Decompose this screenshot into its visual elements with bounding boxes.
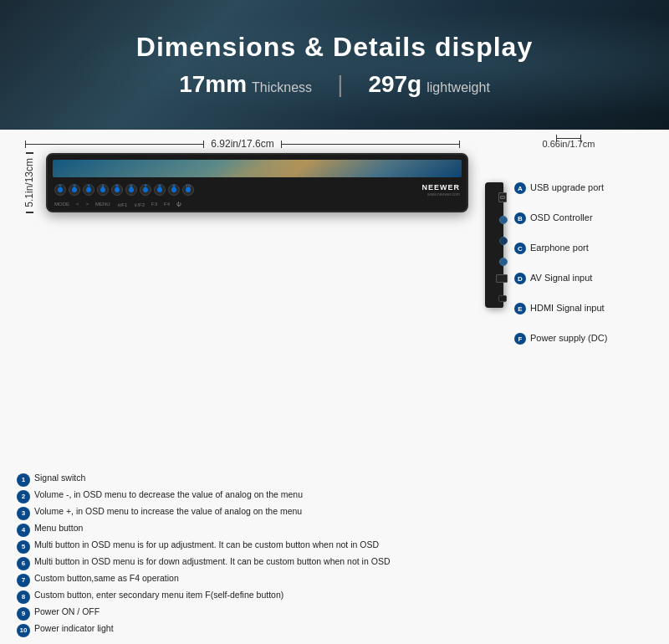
monitor-side-view	[485, 182, 503, 308]
weight-metric: 297g lightweight	[368, 71, 489, 98]
label-text-9: Power ON / OFF	[34, 606, 656, 618]
port-label-b: B OSD Controller	[514, 212, 607, 224]
height-label: 5.1in/13cm	[23, 153, 35, 212]
port-letter-b: B	[514, 212, 526, 224]
monitor-front-section: 6.92in/17.6cm 5.1in/13cm	[17, 138, 468, 464]
btn-2: 2	[69, 184, 80, 196]
mode-label-f3: F3	[151, 202, 157, 207]
left-label-item: 9Power ON / OFF	[17, 606, 656, 621]
thickness-metric: 17mm Thickness	[179, 71, 312, 98]
btn-8: 8	[154, 184, 166, 196]
label-text-1: Signal switch	[34, 473, 656, 484]
label-num-3: 3	[17, 507, 30, 520]
thickness-value: 17mm	[179, 71, 247, 98]
port-a-text: USB upgrade port	[530, 182, 604, 192]
port-b-text: OSD Controller	[530, 212, 593, 222]
btn-4: 4	[97, 184, 109, 196]
labels-section: 1Signal switch2Volume -, in OSD menu to …	[0, 468, 669, 644]
port-letter-f: F	[514, 333, 526, 345]
port-e-text: HDMI Signal input	[530, 303, 605, 313]
header-metrics: 17mm Thickness | 297g lightweight	[179, 71, 490, 98]
port-f-text: Power supply (DC)	[530, 333, 607, 343]
brand-section: NEEWER www.neewer.com	[421, 183, 460, 197]
label-text-4: Menu button	[34, 523, 656, 534]
btn-9: 9	[168, 184, 180, 196]
label-num-6: 6	[17, 557, 30, 570]
label-text-8: Custom button, enter secondary menu item…	[34, 590, 656, 601]
port-a-usb	[498, 192, 507, 202]
label-num-4: 4	[17, 524, 30, 537]
left-label-item: 2Volume -, in OSD menu to decrease the v…	[17, 489, 656, 503]
label-num-7: 7	[17, 574, 30, 587]
header-section: Dimensions & Details display 17mm Thickn…	[0, 0, 669, 130]
btn-7: 7	[140, 184, 151, 196]
mode-label-menu: MENU	[95, 202, 110, 207]
monitor-front-view: 1 2 3 4 5 6 7 8 9 10 NEEWER	[46, 153, 468, 212]
monitor-row: 5.1in/13cm 1 2 3 4 5	[17, 153, 468, 212]
label-num-5: 5	[17, 540, 30, 554]
monitor-screen	[53, 160, 462, 177]
btn-10: 10	[182, 184, 194, 196]
btn-3: 3	[83, 184, 94, 196]
left-label-item: 10Power indicator light	[17, 623, 656, 637]
weight-unit: lightweight	[426, 80, 490, 95]
label-num-1: 1	[17, 473, 30, 487]
left-label-item: 5Multi button in OSD menu is for up adju…	[17, 539, 656, 554]
port-letter-d: D	[514, 273, 526, 284]
width-line-right	[281, 144, 460, 145]
mode-labels-row: MODE < > MENU ∧/F1 ∨/F2 F3 F4 ⏻	[48, 200, 467, 211]
side-dimension-label: 0.66in/1.7cm	[485, 138, 652, 151]
port-labels: A USB upgrade port B OSD Controller C Ea…	[510, 182, 607, 353]
port-label-d: D AV Signal input	[514, 273, 607, 284]
port-e-hdmi	[496, 274, 508, 283]
label-num-9: 9	[17, 607, 30, 621]
port-label-c: C Earphone port	[514, 243, 607, 254]
page-title: Dimensions & Details display	[136, 32, 533, 63]
port-label-e: E HDMI Signal input	[514, 303, 607, 314]
side-view-container: A USB upgrade port B OSD Controller C Ea…	[485, 182, 652, 353]
side-width-label: 0.66in/1.7cm	[543, 139, 595, 149]
mode-label-left: <	[76, 202, 79, 207]
left-label-item: 8Custom button, enter secondary menu ite…	[17, 590, 656, 604]
port-d-btn	[499, 258, 508, 266]
btn-1: 1	[54, 184, 66, 196]
mode-label-f4: F4	[164, 202, 170, 207]
port-f-dc	[498, 295, 507, 302]
metric-divider: |	[337, 71, 343, 98]
label-text-10: Power indicator light	[34, 623, 656, 635]
btn-5: 5	[111, 184, 123, 196]
port-c-jack	[499, 237, 508, 245]
thickness-unit: Thickness	[252, 80, 312, 95]
left-label-item: 4Menu button	[17, 523, 656, 537]
brand-website: www.neewer.com	[421, 192, 460, 197]
width-label: 6.92in/17.6cm	[204, 138, 280, 150]
left-label-item: 7Custom button,same as F4 operation	[17, 573, 656, 587]
mode-labels: MODE < > MENU ∧/F1 ∨/F2 F3 F4 ⏻	[54, 202, 181, 207]
height-dimension: 5.1in/13cm	[17, 153, 42, 212]
width-dimension: 6.92in/17.6cm	[17, 138, 468, 150]
brand-name: NEEWER	[421, 183, 460, 192]
port-d-text: AV Signal input	[530, 273, 592, 283]
label-num-2: 2	[17, 490, 30, 503]
weight-value: 297g	[368, 71, 421, 98]
port-label-f: F Power supply (DC)	[514, 333, 607, 345]
label-num-8: 8	[17, 590, 30, 604]
port-label-a: A USB upgrade port	[514, 182, 607, 194]
label-text-3: Volume +, in OSD menu to increase the va…	[34, 506, 656, 518]
left-label-item: 1Signal switch	[17, 473, 656, 487]
monitor-side-section: 0.66in/1.7cm	[485, 138, 652, 464]
btn-6: 6	[125, 184, 137, 196]
left-labels: 1Signal switch2Volume -, in OSD menu to …	[17, 473, 656, 640]
label-text-6: Multi button in OSD menu is for down adj…	[34, 556, 656, 568]
width-line-left	[25, 144, 204, 145]
port-letter-a: A	[514, 182, 526, 194]
mode-label-power: ⏻	[176, 202, 181, 207]
port-c-text: Earphone port	[530, 243, 589, 253]
mode-label-f2: ∨/F2	[134, 202, 145, 207]
main-content: 6.92in/17.6cm 5.1in/13cm	[0, 130, 669, 644]
left-label-item: 3Volume +, in OSD menu to increase the v…	[17, 506, 656, 520]
label-num-10: 10	[17, 624, 30, 637]
mode-label-f1: ∧/F1	[117, 202, 128, 207]
port-letter-e: E	[514, 303, 526, 314]
side-dim-horiz-line	[556, 138, 581, 139]
